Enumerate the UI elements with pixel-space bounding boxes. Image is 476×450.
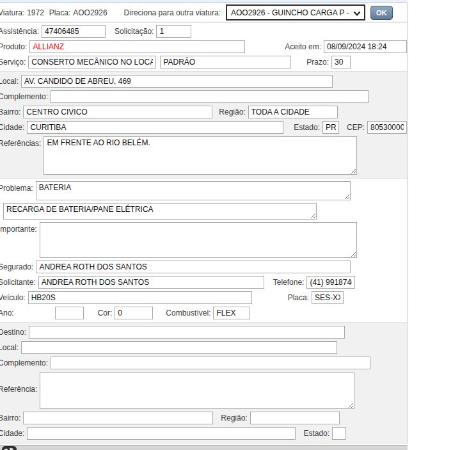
row-complemento: Complemento: xyxy=(0,89,407,104)
section-endereco: Local: Complemento: Bairro: Região: Cida… xyxy=(0,71,407,179)
regiao-input[interactable] xyxy=(248,106,338,118)
prazo-input[interactable] xyxy=(331,56,351,68)
veiculo-placa-input[interactable] xyxy=(312,291,344,304)
regiao-label: Região: xyxy=(219,108,245,117)
row-destino-referencia: Referência: xyxy=(0,371,407,410)
destino-bairro-label: Bairro: xyxy=(0,414,20,422)
viatura-label: Viatura: xyxy=(0,8,24,17)
produto-input[interactable] xyxy=(29,40,245,53)
local-input[interactable] xyxy=(21,75,333,88)
cep-input[interactable] xyxy=(367,121,407,134)
ano-input[interactable] xyxy=(55,307,84,319)
referencias-textarea[interactable] xyxy=(44,136,357,175)
destino-estado-label: Estado: xyxy=(303,429,329,438)
veiculo-label: Veículo: xyxy=(0,293,26,302)
servico-label: Serviço: xyxy=(0,58,26,67)
destino-regiao-label: Região: xyxy=(221,414,247,422)
destino-regiao-input[interactable] xyxy=(250,412,340,424)
estado-label: Estado: xyxy=(294,123,320,132)
solicitacao-input[interactable] xyxy=(156,25,191,38)
destino-input[interactable] xyxy=(29,326,345,339)
row-bairro: Bairro: Região: xyxy=(0,104,407,120)
prazo-label: Prazo: xyxy=(306,58,329,67)
solicitante-input[interactable] xyxy=(38,276,264,289)
row-assistencia: Assistência: Solicitação: xyxy=(0,24,407,39)
servico-input[interactable] xyxy=(28,56,156,68)
referencias-label: Referências: xyxy=(0,136,41,148)
destino-complemento-label: Complemento: xyxy=(0,358,48,367)
assistencia-input[interactable] xyxy=(42,25,106,38)
destino-bairro-input[interactable] xyxy=(23,412,213,424)
importante-textarea[interactable] xyxy=(40,222,357,258)
segurado-label: Segurado: xyxy=(0,262,33,271)
segurado-input[interactable] xyxy=(36,261,351,273)
problema-textarea[interactable] xyxy=(36,181,351,200)
solicitacao-label: Solicitação: xyxy=(115,27,154,36)
placa-label: Placa: xyxy=(49,8,70,17)
problema-label: Problema: xyxy=(0,181,33,193)
destino-referencia-textarea[interactable] xyxy=(40,372,354,409)
cidade-input[interactable] xyxy=(27,121,283,134)
aceito-em-label: Aceito em: xyxy=(285,42,321,51)
bairro-label: Bairro: xyxy=(0,108,20,117)
placa-value: AOO2926 xyxy=(73,8,107,17)
cep-label: CEP: xyxy=(347,123,365,132)
destino-cidade-input[interactable] xyxy=(27,427,296,440)
local-label: Local: xyxy=(0,77,19,86)
row-segurado: Segurado: xyxy=(0,259,407,275)
aceito-em-input[interactable] xyxy=(324,40,407,53)
destino-cidade-label: Cidade: xyxy=(0,429,24,438)
row-servico: Serviço: Prazo: xyxy=(0,54,407,70)
bairro-input[interactable] xyxy=(23,106,212,118)
ok-button[interactable]: OK xyxy=(370,6,393,20)
combustivel-label: Combustível: xyxy=(166,309,210,317)
row-problema-detalhe xyxy=(0,202,407,221)
solicitante-label: Solicitante: xyxy=(0,278,36,287)
ano-label: Ano: xyxy=(0,309,14,317)
telefone-label: Telefone: xyxy=(273,278,305,287)
section-destino: Destino: Local: Complemento: Referência:… xyxy=(0,322,407,444)
row-destino-local: Local: xyxy=(0,340,407,355)
destino-local-input[interactable] xyxy=(21,341,337,354)
row-destino-complemento: Complemento: xyxy=(0,355,407,371)
destino-complemento-input[interactable] xyxy=(51,357,370,369)
destino-referencia-label: Referência: xyxy=(0,372,37,394)
telefone-input[interactable] xyxy=(306,276,355,289)
complemento-label: Complemento: xyxy=(0,92,48,101)
cor-label: Cor: xyxy=(98,309,113,317)
veiculo-placa-label: Placa: xyxy=(288,293,309,302)
row-solicitante: Solicitante: Telefone: xyxy=(0,275,407,290)
destino-local-label: Local: xyxy=(0,343,19,352)
viatura-value: 1972 xyxy=(27,8,44,17)
row-destino: Destino: xyxy=(0,325,407,340)
importante-label: Importante: xyxy=(0,222,37,234)
row-ano: Ano: Cor: Combustível: xyxy=(0,305,407,321)
cor-input[interactable] xyxy=(115,307,153,319)
cidade-label: Cidade: xyxy=(0,123,24,132)
estado-input[interactable] xyxy=(322,121,339,134)
chevron-down-icon xyxy=(353,10,361,19)
row-referencias: Referências: xyxy=(0,135,407,176)
row-problema: Problema: xyxy=(0,180,407,202)
row-destino-bairro: Bairro: Região: xyxy=(0,410,407,426)
section-ocorrencia: Problema: Importante: Segurado: Solicita… xyxy=(0,179,407,322)
viatura-select[interactable]: AOO2926 - GUINCHO CARGA P - BRANCO - 197… xyxy=(226,4,365,20)
combustivel-input[interactable] xyxy=(213,307,250,319)
problema-detalhe-textarea[interactable] xyxy=(3,203,317,220)
destino-estado-input[interactable] xyxy=(332,427,346,440)
assistencia-label: Assistência: xyxy=(0,27,39,36)
direciona-label: Direciona para outra viatura: xyxy=(124,8,221,17)
section-assistencia: Assistência: Solicitação: Produto: Aceit… xyxy=(0,22,407,71)
row-destino-cidade: Cidade: Estado: xyxy=(0,426,407,441)
row-veiculo: Veículo: Placa: xyxy=(0,290,407,305)
footer-bar: Detalhes da Roteirização Sugerir nova ro… xyxy=(0,445,408,450)
complemento-input[interactable] xyxy=(51,90,369,103)
row-cidade: Cidade: Estado: CEP: xyxy=(0,120,407,135)
form-area: Assistência: Solicitação: Produto: Aceit… xyxy=(0,22,407,444)
destino-label: Destino: xyxy=(0,328,26,337)
servico-tipo-input[interactable] xyxy=(160,56,291,68)
globe-icon xyxy=(2,446,17,450)
dispatch-form-panel: Viatura: 1972 Placa: AOO2926 Direciona p… xyxy=(0,3,408,444)
produto-label: Produto: xyxy=(0,42,27,51)
veiculo-input[interactable] xyxy=(28,291,252,304)
